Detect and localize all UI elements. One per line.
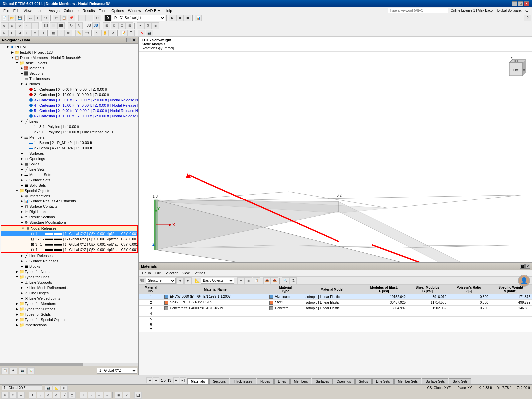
tb2-chain[interactable]: ⛓ xyxy=(144,22,152,29)
tree-imperfections[interactable]: ▶ 📁 Imperfections xyxy=(0,322,138,328)
nav-btn-results[interactable]: 📊 xyxy=(27,367,35,374)
tb3-3[interactable]: M xyxy=(16,30,23,36)
materials-float-btn[interactable]: ◱ xyxy=(520,264,525,269)
tree-nr1[interactable]: ⊟ 1 - 1 - ■■■■ ■■■■ | 1 - Global XYZ | C… xyxy=(1,231,137,236)
nav-btn-view[interactable]: 📷 xyxy=(19,367,26,374)
tb-pause[interactable]: ⏸ xyxy=(176,15,184,21)
tree-surfaceresults[interactable]: ▶ 📊 Surface Results Adjustments xyxy=(0,199,138,204)
tree-nodalreleases[interactable]: ▼ ⊞ Nodal Releases xyxy=(1,226,137,231)
mat-search[interactable]: 🔍 xyxy=(282,277,289,284)
tb3-2[interactable]: L xyxy=(8,30,16,36)
mat-copy[interactable]: 📋 xyxy=(253,277,260,284)
tab-materials[interactable]: Materials xyxy=(187,378,209,384)
tb-new[interactable]: 📄 xyxy=(1,15,8,21)
tree-members[interactable]: ▼ ▬ Members xyxy=(0,135,138,140)
bottom-btn3[interactable]: ⊕ xyxy=(61,385,68,391)
tb3-6[interactable]: O xyxy=(39,30,46,36)
btb-16[interactable]: 🔲 xyxy=(134,392,142,399)
tree-node3[interactable]: 3 - Cartesian | X: 0.00 ft | Y: 0.00 ft … xyxy=(0,97,138,103)
bottom-btn2[interactable]: 📐 xyxy=(53,385,60,391)
tb-zoom-out[interactable]: - xyxy=(86,15,93,21)
btb-5[interactable]: ↑ xyxy=(37,392,44,399)
mat-menu-selection[interactable]: Selection xyxy=(163,271,180,275)
last-page-btn[interactable]: ►| xyxy=(180,377,186,383)
tree-container[interactable]: ▼ ■ RFEM ▶ 📁 test.rf6 | Project 123 ▼ 📋 … xyxy=(0,44,138,363)
tb3-measure[interactable]: 📏 xyxy=(75,30,83,36)
tb2-2[interactable]: ⊗ xyxy=(8,22,16,29)
tree-surfacesets[interactable]: ▶ ▫ Surface Sets xyxy=(0,177,138,183)
tree-line2[interactable]: ─ 2 - 5,6 | Polyline | L: 10.00 ft | Lin… xyxy=(0,129,138,135)
coord-system-dropdown[interactable]: 1 - Global XYZ xyxy=(97,368,137,374)
mat-row-7[interactable]: 7 xyxy=(139,327,532,332)
tb2-3[interactable]: ⊘ xyxy=(16,22,23,29)
tree-typesspecial[interactable]: ▶ 📁 Types for Special Objects xyxy=(0,317,138,322)
tree-surfaces[interactable]: ▶ ▫ Surfaces xyxy=(0,151,138,156)
tree-node6[interactable]: 6 - Cartesian | X: 10.00 ft | Y: 0.00 ft… xyxy=(0,113,138,119)
tab-openings[interactable]: Openings xyxy=(333,378,355,384)
menu-options[interactable]: Options xyxy=(109,8,126,13)
tb2-6[interactable]: 🔲 xyxy=(42,22,49,29)
tb2-js[interactable]: JS xyxy=(92,22,100,29)
tree-linehinges[interactable]: ▶ ○ Line Hinges xyxy=(0,290,138,296)
nav-scrollbar-thumb[interactable] xyxy=(0,363,83,366)
btb-15[interactable]: ✕ xyxy=(123,392,130,399)
tb2-7[interactable]: ⬜ xyxy=(50,22,57,29)
tree-linereleases[interactable]: ▶ ╱ Line Releases xyxy=(0,253,138,258)
mat-prev-btn[interactable]: ◄ xyxy=(176,277,184,284)
tb-print[interactable]: 🖨 xyxy=(27,15,34,21)
tab-lines[interactable]: Lines xyxy=(274,378,290,384)
tab-solids[interactable]: Solids xyxy=(355,378,372,384)
tab-surfacesets[interactable]: Surface Sets xyxy=(422,378,448,384)
view-cube[interactable]: Front Top R -Y xyxy=(503,54,529,81)
btb-1[interactable]: ⊕ xyxy=(1,392,9,399)
tb-redo[interactable]: ↪ xyxy=(42,15,49,21)
tab-members[interactable]: Members xyxy=(290,378,312,384)
tree-linemesh[interactable]: ▶ ⊸ Line Mesh Refinements xyxy=(0,285,138,290)
tb3-select[interactable]: ↖ xyxy=(94,30,101,36)
prev-page-btn[interactable]: ◄ xyxy=(153,377,159,383)
tb3-move[interactable]: ✋ xyxy=(101,30,109,36)
mat-menu-goto[interactable]: Go To xyxy=(140,271,153,275)
btb-8[interactable]: ╱ xyxy=(61,392,68,399)
tb-save[interactable]: 💾 xyxy=(16,15,23,21)
tree-linesets[interactable]: ▶ ╱ Line Sets xyxy=(0,167,138,172)
btb-4[interactable]: ⬆ xyxy=(29,392,36,399)
next-page-btn[interactable]: ► xyxy=(173,377,179,383)
nav-minimize-btn[interactable]: ─ xyxy=(126,38,131,42)
btb-12[interactable]: ← xyxy=(96,392,103,399)
mat-import[interactable]: 📥 xyxy=(263,277,271,284)
tb3-text[interactable]: T xyxy=(127,30,135,36)
tb2-8[interactable]: ⬛ xyxy=(57,22,65,29)
maximize-button[interactable]: □ xyxy=(518,1,523,6)
tree-lines[interactable]: ▼ ╱ Lines xyxy=(0,119,138,124)
menu-file[interactable]: File xyxy=(1,8,11,13)
menu-edit[interactable]: Edit xyxy=(11,8,22,13)
tb3-7[interactable]: ▦ xyxy=(50,30,57,36)
search-input[interactable] xyxy=(388,8,448,13)
first-page-btn[interactable]: |◄ xyxy=(146,377,152,383)
tree-nr3[interactable]: ⊟ 3 - 1 - ■■■■ ■■■■ | 1 - Global XYZ | C… xyxy=(1,242,137,247)
bottom-btn1[interactable]: 📷 xyxy=(45,385,52,391)
tree-node5[interactable]: 5 - Cartesian | X: 0.00 ft | Y: 0.00 ft … xyxy=(0,108,138,113)
mat-row-5[interactable]: 5 xyxy=(139,317,532,322)
tree-linewelded[interactable]: ▶ ⋈ Line Welded Joints xyxy=(0,296,138,301)
tree-surfreleases[interactable]: ▶ ▫ Surface Releases xyxy=(0,258,138,264)
btb-3[interactable]: ↔ xyxy=(17,392,25,399)
tb2-1[interactable]: ⊕ xyxy=(1,22,8,29)
tb3-snap[interactable]: ⊕ xyxy=(65,30,72,36)
tab-surfaces[interactable]: Surfaces xyxy=(312,378,332,384)
btb-11[interactable]: ∨ xyxy=(88,392,95,399)
mat-add[interactable]: + xyxy=(237,277,245,284)
tree-nodes[interactable]: ▼ ● Nodes xyxy=(0,81,138,87)
tab-membersets[interactable]: Member Sets xyxy=(394,378,421,384)
tree-openings[interactable]: ▶ □ Openings xyxy=(0,156,138,161)
tb3-camera[interactable]: 📷 xyxy=(146,30,153,36)
mat-filter-dropdown[interactable]: Structure xyxy=(146,278,176,284)
tb2-9[interactable]: ⧉ xyxy=(111,22,118,29)
tree-intersections[interactable]: ▶ ⊕ Intersections xyxy=(0,193,138,199)
mat-row-1[interactable]: 1 EN AW-6060 (E) T66 | EN 1999-1-1:2007 … xyxy=(139,294,532,300)
tb-btn5[interactable]: 📌 xyxy=(68,15,75,21)
nav-btn-data[interactable]: 📋 xyxy=(1,367,9,374)
nav-scrollbar[interactable] xyxy=(0,363,138,366)
mat-menu-edit[interactable]: Edit xyxy=(153,271,162,275)
